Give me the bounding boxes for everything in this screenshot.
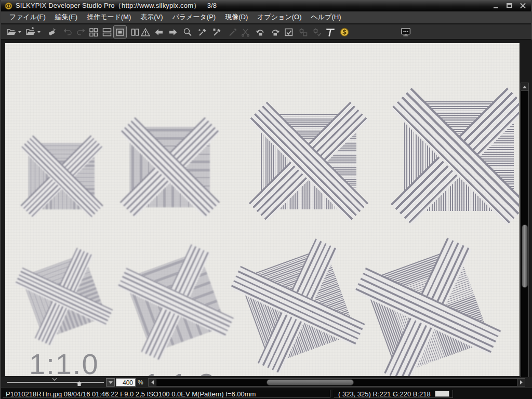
gray-balance-tool-button[interactable]	[211, 26, 223, 38]
mark-check-icon	[283, 26, 295, 38]
menu-item-7[interactable]: ヘルプ(H)	[307, 11, 346, 24]
save-parameters-icon	[297, 26, 309, 38]
warning-display-button[interactable]	[139, 26, 152, 38]
arrow-up-icon	[523, 86, 527, 88]
silkypix-logo-icon	[5, 2, 12, 10]
horizontal-scroll-thumb[interactable]	[267, 379, 354, 385]
combination-view-button[interactable]	[101, 26, 113, 38]
ratio-label-1-1-2: 1:1.2	[143, 367, 216, 376]
menu-item-2[interactable]: 操作モード(M)	[82, 11, 136, 24]
app-window: SILKYPIX Developer Studio Pro（http://www…	[0, 0, 532, 399]
redo-button[interactable]	[75, 26, 87, 38]
chevron-down-icon	[109, 381, 113, 384]
test-pattern-2	[130, 127, 210, 207]
menu-item-5[interactable]: 現像(D)	[220, 11, 252, 24]
arrow-right-icon	[520, 380, 523, 384]
rotate-left-icon	[255, 26, 266, 38]
scroll-up-button[interactable]	[521, 83, 528, 91]
add-image-button[interactable]	[24, 26, 41, 38]
maximize-icon	[507, 3, 512, 8]
vertical-scrollbar[interactable]	[521, 83, 529, 399]
develop-tool-icon	[325, 26, 336, 38]
title-bar[interactable]: SILKYPIX Developer Studio Pro（http://www…	[1, 0, 531, 11]
silkypix-badge-button[interactable]	[338, 26, 351, 38]
gray-balance-tool-icon	[211, 26, 223, 38]
menu-item-4[interactable]: パラメータ(P)	[168, 11, 221, 24]
spotting-tool-button[interactable]	[227, 26, 239, 38]
paste-parameters-icon	[311, 26, 323, 38]
thumbnail-view-button[interactable]	[87, 26, 100, 38]
silkypix-badge-icon	[339, 26, 350, 38]
warning-display-icon	[140, 26, 151, 38]
window-title: SILKYPIX Developer Studio Pro（http://www…	[16, 1, 217, 10]
close-icon	[520, 3, 526, 8]
arrow-left-icon	[151, 380, 154, 384]
loupe-icon	[182, 26, 193, 38]
redo-icon	[75, 26, 87, 38]
eraser-button[interactable]	[46, 26, 58, 38]
preview-image[interactable]: 1:1.01:1.21:1.41:1.6	[5, 43, 520, 376]
open-folder-icon	[6, 26, 21, 38]
open-folder-button[interactable]	[5, 26, 22, 38]
menu-item-6[interactable]: オプション(O)	[252, 11, 306, 24]
close-button[interactable]	[518, 2, 527, 9]
toolbar	[1, 24, 531, 39]
save-parameters-button[interactable]	[297, 26, 309, 38]
test-pattern-4	[404, 101, 514, 211]
vertical-scroll-thumb[interactable]	[522, 224, 528, 288]
zoom-slider[interactable]	[7, 382, 104, 383]
crop-tool-icon	[240, 26, 251, 38]
zoom-slider-marker-icon[interactable]	[52, 378, 57, 381]
next-image-button[interactable]	[167, 26, 179, 38]
test-pattern-1	[29, 143, 95, 209]
preview-view-button[interactable]	[114, 26, 126, 38]
zoom-unit-label: %	[138, 379, 143, 386]
rotate-right-icon	[270, 26, 281, 38]
develop-tool-button[interactable]	[324, 26, 337, 38]
status-bar: P1010218RTtri.jpg 09/04/16 01:46:22 F9.0…	[1, 388, 532, 399]
scroll-right-button[interactable]	[517, 379, 525, 386]
rotate-left-button[interactable]	[254, 26, 267, 38]
zoom-value-input[interactable]: 400	[116, 378, 136, 387]
test-pattern-7	[239, 247, 356, 365]
eraser-icon	[46, 26, 58, 38]
test-pattern-5	[21, 254, 107, 339]
image-viewport: 1:1.01:1.21:1.41:1.6	[1, 39, 532, 377]
paste-parameters-button[interactable]	[311, 26, 323, 38]
horizontal-scrollbar[interactable]	[148, 378, 525, 387]
minimize-icon	[494, 7, 498, 8]
previous-image-button[interactable]	[153, 26, 165, 38]
display-settings-button[interactable]	[400, 26, 412, 38]
white-balance-tool-button[interactable]	[196, 26, 209, 38]
menu-item-0[interactable]: ファイル(F)	[5, 11, 50, 24]
file-info-text: P1010218RTtri.jpg 09/04/16 01:46:22 F9.0…	[6, 390, 256, 398]
rotate-right-button[interactable]	[269, 26, 282, 38]
scroll-left-button[interactable]	[149, 379, 156, 386]
preview-view-icon	[114, 26, 126, 38]
menu-item-1[interactable]: 編集(E)	[50, 11, 82, 24]
spotting-tool-icon	[227, 26, 238, 38]
minimize-button[interactable]	[491, 2, 500, 9]
display-settings-icon	[400, 26, 412, 38]
undo-icon	[62, 26, 73, 38]
menu-item-3[interactable]: 表示(V)	[136, 11, 167, 24]
combination-view-icon	[101, 26, 113, 38]
test-pattern-6	[125, 252, 227, 353]
undo-button[interactable]	[61, 26, 74, 38]
mark-check-button[interactable]	[283, 26, 295, 38]
previous-image-icon	[153, 26, 165, 38]
pixel-info-panel: ( 323, 325) R:221 G:220 B:218	[334, 390, 453, 398]
file-info-panel: P1010218RTtri.jpg 09/04/16 01:46:22 F9.0…	[3, 390, 330, 398]
ratio-label-1-1-4: 1:1.4	[279, 372, 353, 376]
add-image-icon	[25, 26, 41, 38]
bottom-control-bar: 400 %	[1, 377, 532, 388]
test-pattern-8	[364, 247, 491, 375]
zoom-dropdown-button[interactable]	[106, 378, 115, 387]
thumbnail-view-icon	[88, 26, 99, 38]
crop-tool-button[interactable]	[240, 26, 252, 38]
maximize-button[interactable]	[505, 2, 513, 9]
test-pattern-3	[261, 114, 356, 209]
menu-bar: ファイル(F)編集(E)操作モード(M)表示(V)パラメータ(P)現像(D)オプ…	[1, 11, 531, 24]
white-balance-tool-icon	[197, 26, 208, 38]
loupe-button[interactable]	[181, 26, 194, 38]
